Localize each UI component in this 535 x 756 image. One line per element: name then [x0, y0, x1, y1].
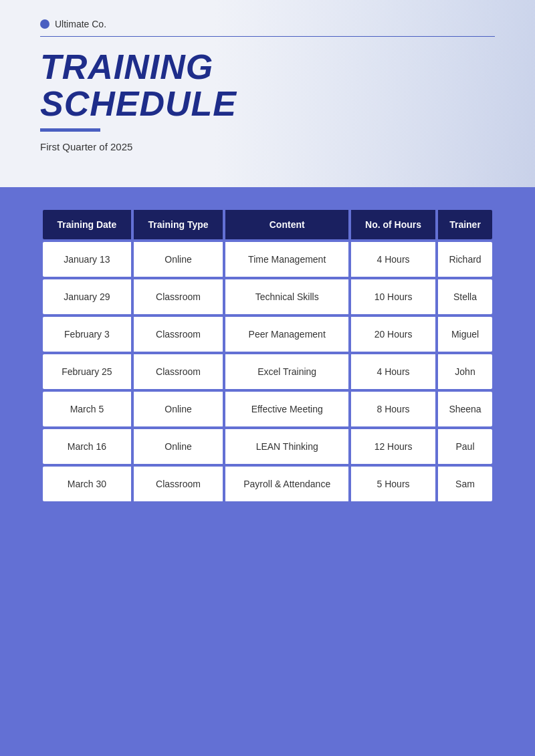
brand-row: Ultimate Co. [40, 19, 508, 29]
cell-row5-col2: LEAN Thinking [225, 429, 348, 464]
cell-row6-col3: 5 Hours [351, 467, 435, 501]
cell-row6-col0: March 30 [43, 467, 131, 501]
brand-name: Ultimate Co. [55, 19, 106, 29]
cell-row3-col3: 4 Hours [351, 354, 435, 389]
table-row: March 5OnlineEffective Meeting8 HoursShe… [43, 392, 492, 426]
subtitle: First Quarter of 2025 [40, 141, 508, 152]
title-underline [40, 128, 100, 132]
cell-row4-col0: March 5 [43, 392, 131, 426]
table-row: February 25ClassroomExcel Training4 Hour… [43, 354, 492, 389]
main-content: Training Date Training Type Content No. … [0, 187, 535, 756]
cell-row6-col1: Classroom [134, 467, 223, 501]
cell-row4-col2: Effective Meeting [225, 392, 348, 426]
cell-row5-col1: Online [134, 429, 223, 464]
cell-row3-col0: February 25 [43, 354, 131, 389]
cell-row1-col1: Classroom [134, 279, 223, 314]
cell-row3-col4: John [438, 354, 492, 389]
cell-row6-col4: Sam [438, 467, 492, 501]
cell-row4-col4: Sheena [438, 392, 492, 426]
cell-row0-col2: Time Management [225, 242, 348, 277]
table-row: January 29ClassroomTechnical Skills10 Ho… [43, 279, 492, 314]
header-section: Ultimate Co. TRAINING SCHEDULE First Qua… [0, 0, 535, 187]
cell-row2-col3: 20 Hours [351, 317, 435, 352]
cell-row4-col1: Online [134, 392, 223, 426]
cell-row3-col2: Excel Training [225, 354, 348, 389]
cell-row0-col3: 4 Hours [351, 242, 435, 277]
cell-row5-col0: March 16 [43, 429, 131, 464]
cell-row1-col3: 10 Hours [351, 279, 435, 314]
col-header-hours: No. of Hours [351, 210, 435, 239]
header-divider [40, 36, 495, 37]
col-header-content: Content [225, 210, 348, 239]
cell-row1-col4: Stella [438, 279, 492, 314]
main-title: TRAINING SCHEDULE [40, 49, 508, 122]
cell-row2-col4: Miguel [438, 317, 492, 352]
col-header-type: Training Type [134, 210, 223, 239]
schedule-table: Training Date Training Type Content No. … [40, 207, 495, 504]
cell-row3-col1: Classroom [134, 354, 223, 389]
cell-row6-col2: Payroll & Attendance [225, 467, 348, 501]
table-row: March 16OnlineLEAN Thinking12 HoursPaul [43, 429, 492, 464]
cell-row2-col1: Classroom [134, 317, 223, 352]
table-row: March 30ClassroomPayroll & Attendance5 H… [43, 467, 492, 501]
col-header-trainer: Trainer [438, 210, 492, 239]
col-header-date: Training Date [43, 210, 131, 239]
cell-row0-col4: Richard [438, 242, 492, 277]
table-header-row: Training Date Training Type Content No. … [43, 210, 492, 239]
cell-row1-col2: Technical Skills [225, 279, 348, 314]
cell-row5-col3: 12 Hours [351, 429, 435, 464]
cell-row5-col4: Paul [438, 429, 492, 464]
table-row: February 3ClassroomPeer Management20 Hou… [43, 317, 492, 352]
cell-row4-col3: 8 Hours [351, 392, 435, 426]
cell-row0-col1: Online [134, 242, 223, 277]
header-content: Ultimate Co. TRAINING SCHEDULE First Qua… [0, 0, 535, 174]
cell-row2-col0: February 3 [43, 317, 131, 352]
brand-dot [40, 19, 49, 29]
cell-row2-col2: Peer Management [225, 317, 348, 352]
cell-row1-col0: January 29 [43, 279, 131, 314]
title-block: TRAINING SCHEDULE First Quarter of 2025 [40, 49, 508, 152]
cell-row0-col0: January 13 [43, 242, 131, 277]
table-row: January 13OnlineTime Management4 HoursRi… [43, 242, 492, 277]
